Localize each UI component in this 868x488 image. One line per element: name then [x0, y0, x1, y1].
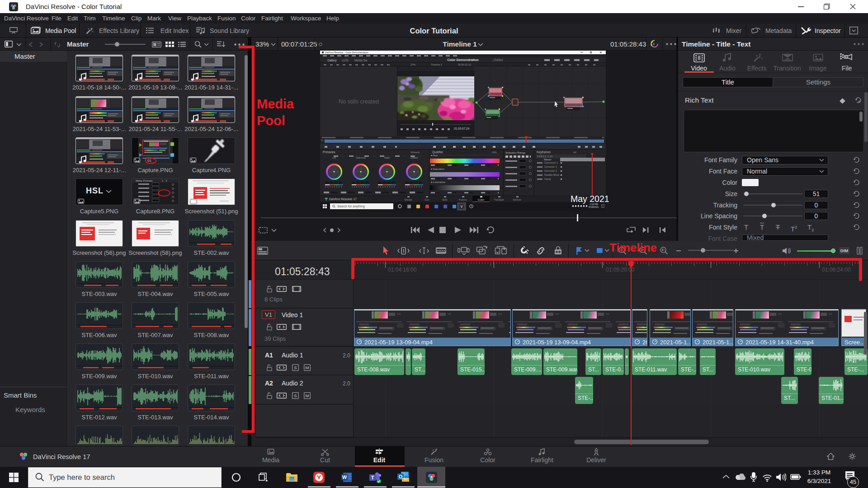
svg-text:T: T	[371, 475, 374, 480]
svg-text:M: M	[305, 365, 309, 370]
svg-text:M: M	[305, 393, 309, 398]
svg-text:W: W	[342, 474, 347, 480]
svg-text:S: S	[294, 393, 297, 398]
svg-text:S: S	[294, 365, 297, 370]
